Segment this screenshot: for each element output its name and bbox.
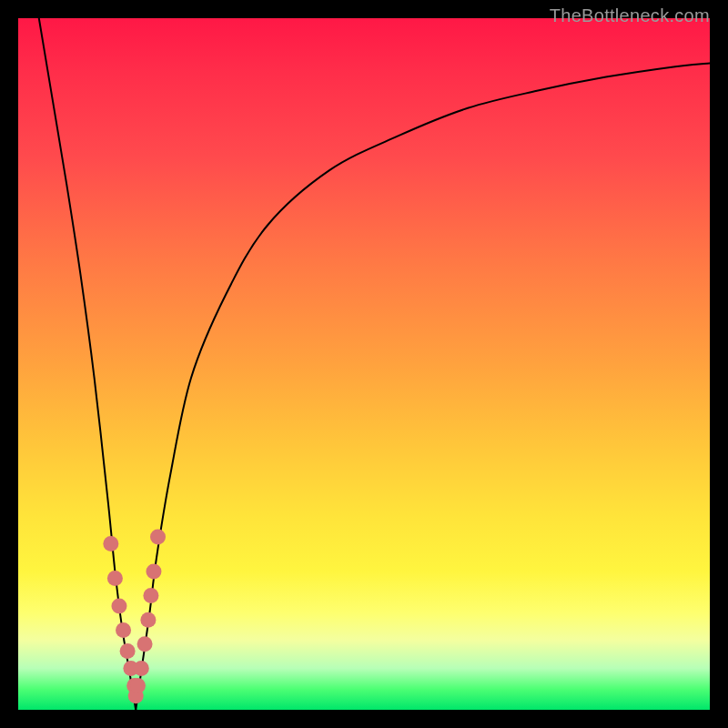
- plot-area: [18, 18, 710, 710]
- marker-point: [140, 612, 156, 628]
- marker-point: [137, 636, 153, 652]
- marker-point: [150, 530, 166, 545]
- chart-frame: TheBottleneck.com: [0, 0, 728, 728]
- marker-point: [130, 678, 146, 693]
- marker-point: [111, 599, 126, 614]
- marker-point: [134, 661, 149, 676]
- chart-svg: [18, 18, 710, 710]
- marker-point: [103, 536, 118, 551]
- marker-point: [146, 564, 161, 580]
- marker-point: [116, 622, 131, 638]
- marker-point: [120, 643, 136, 659]
- marker-point: [107, 571, 123, 586]
- curve-right-branch: [136, 63, 710, 710]
- marker-point: [143, 588, 158, 603]
- watermark-text: TheBottleneck.com: [550, 5, 710, 26]
